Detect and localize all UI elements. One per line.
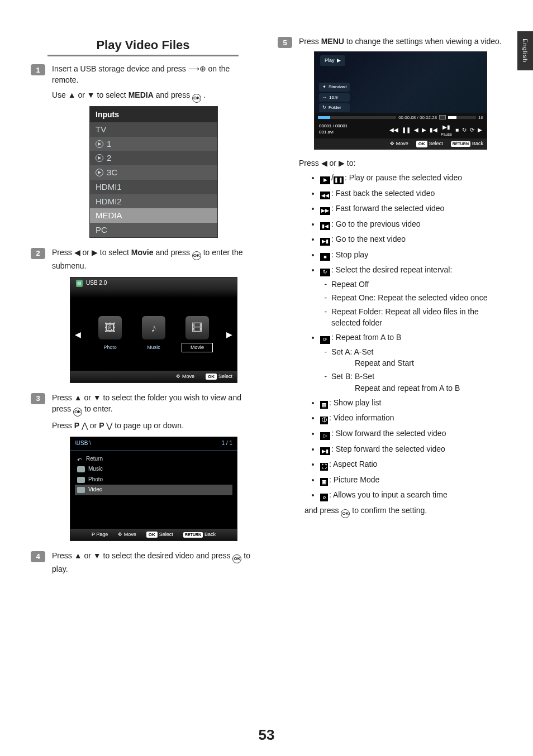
step-badge: 3 — [31, 393, 45, 404]
title-underline — [47, 55, 239, 56]
ok-icon: OK — [341, 509, 350, 518]
av-icon: ▶ — [96, 169, 103, 176]
list-item-selected: Video — [75, 485, 232, 495]
text-bold: P — [99, 421, 104, 430]
tile-label: Music — [138, 343, 169, 352]
text: Music — [88, 465, 103, 473]
ok-icon: OK — [232, 554, 241, 563]
badge-aspect: ↔16:9 — [319, 93, 350, 102]
speaker-icon — [439, 115, 446, 119]
left-column: Play Video Files 1 Insert a USB storage … — [31, 34, 255, 581]
fast-back-icon: ◀◀ — [320, 192, 330, 199]
list-item: ↻: Select the desired repeat interval: R… — [320, 264, 502, 328]
step-4: 4 Press ▲ or ▼ to select the desired vid… — [31, 550, 255, 578]
av-icon: ▶ — [96, 140, 103, 148]
list-item: Set B: B-Set Repeat and repeat from A to… — [331, 371, 502, 394]
tile-label: Photo — [94, 343, 126, 352]
list-item: ▶/❚❚: Play or pause the selected video — [320, 172, 502, 184]
back-icon: ◀ — [414, 126, 418, 135]
step-3: 3 Press ▲ or ▼ to select the folder you … — [31, 392, 255, 547]
inputs-row: TV — [90, 122, 217, 137]
av-icon: ▶ — [96, 154, 103, 162]
volume-value: 16 — [478, 114, 483, 121]
text: : Allows you to input a search time — [329, 490, 448, 499]
path-label: \USB \ — [75, 439, 91, 448]
volume-bar — [448, 116, 476, 119]
text: Press — [299, 37, 321, 46]
next-icon: ▶▮ — [320, 238, 330, 246]
list-item: ▶▮: Step forward the selected video — [320, 443, 502, 456]
time-counter: 00:00:08 / 00:02:28 — [398, 114, 437, 121]
left-arrow-icon: ◀ — [75, 329, 81, 340]
badge-picture-mode: ✦Standard — [319, 83, 350, 92]
text: 2 — [107, 152, 111, 164]
badge-repeat: ↻Folder — [319, 103, 350, 112]
movie-icon: 🎞 — [185, 316, 209, 339]
text: Video — [88, 486, 102, 494]
file-name: 001.avi — [319, 130, 348, 135]
folder-icon — [77, 477, 85, 483]
text: : Fast back the selected video — [331, 189, 435, 198]
inputs-header: Inputs — [90, 107, 217, 122]
text: and press — [155, 248, 192, 257]
right-intro: Press ◀ or ▶ to: — [299, 157, 502, 169]
text: : Stop play — [331, 250, 368, 259]
ok-icon: OK — [192, 94, 201, 103]
folder-browser-screenshot: \USB \ 1 / 1 ↶Return Music Photo Video P… — [70, 437, 237, 541]
text: : Slow forward the selected video — [331, 429, 446, 438]
media-selector-screenshot: ▧ USB 2.0 ◀ 🖼 Photo ♪ — [70, 277, 237, 383]
text: Return — [86, 455, 103, 463]
pause-label: Pause — [441, 132, 452, 137]
list-item: ▣: Picture Mode — [320, 474, 502, 486]
list-item: Repeat Folder: Repeat all video files in… — [331, 306, 502, 329]
music-icon: ♪ — [142, 316, 165, 339]
media-tile-music: ♪ Music — [138, 316, 169, 352]
play-status-pill: Play ▶ — [320, 55, 345, 66]
play-pause-icon: ▶ — [320, 176, 330, 184]
footer-back: RETURNBack — [451, 140, 483, 147]
list-item: ◀◀: Fast back the selected video — [320, 188, 502, 200]
text: Set A: A-Set — [331, 347, 374, 356]
page-label: 1 / 1 — [222, 439, 232, 448]
list-item: ⛶: Aspect Ratio — [320, 458, 502, 471]
footer-move: ✥ Move — [390, 140, 408, 147]
pause-icon: ❚❚ — [334, 176, 344, 184]
pause-icon: ❚❚ — [402, 126, 411, 135]
info-icon: ⓘ — [320, 417, 328, 424]
step-badge: 1 — [31, 64, 45, 75]
footer-page: P Page — [92, 531, 108, 538]
goto-icon: ⌕ — [320, 494, 328, 501]
up-icon: ⋀ — [82, 421, 88, 430]
text: and press — [156, 90, 192, 99]
text: Repeat and repeat from A to B — [355, 382, 460, 394]
text: to confirm the setting. — [352, 506, 427, 515]
text: Set B: B-Set — [331, 372, 374, 381]
repeat-icon: ↻ — [462, 126, 467, 135]
right-column: 5 Press MENU to change the settings when… — [278, 34, 502, 581]
footer-select: OKSelect — [416, 140, 443, 147]
step-badge: 4 — [31, 551, 45, 562]
media-tile-movie-selected: 🎞 Movie — [182, 316, 213, 352]
list-item: ▷: Slow forward the selected video — [320, 428, 502, 440]
text: Insert a USB storage device and press — [52, 64, 188, 73]
text: HDMI1 — [96, 181, 122, 193]
folder-icon — [77, 487, 85, 493]
down-icon: ⋁ — [106, 421, 112, 430]
picture-mode-icon: ▣ — [320, 478, 328, 486]
page-number: 53 — [0, 726, 533, 744]
section-title: Play Video Files — [31, 38, 255, 52]
list-item: ■: Stop play — [320, 249, 502, 261]
footer-select: OKSelect — [206, 373, 232, 380]
right-arrow-icon: ▶ — [226, 329, 232, 340]
progress-bar — [318, 116, 396, 119]
tile-label: Movie — [182, 343, 213, 352]
text-bold: Movie — [131, 248, 154, 257]
inputs-row-selected: MEDIA — [90, 208, 217, 223]
footer-select: OKSelect — [146, 531, 173, 538]
text: : Video information — [329, 413, 394, 422]
footer-back: RETURNBack — [183, 531, 216, 538]
text: Press — [52, 421, 74, 430]
text: 3C — [107, 166, 117, 179]
text: : Picture Mode — [329, 475, 379, 484]
text: Play — [325, 57, 335, 64]
